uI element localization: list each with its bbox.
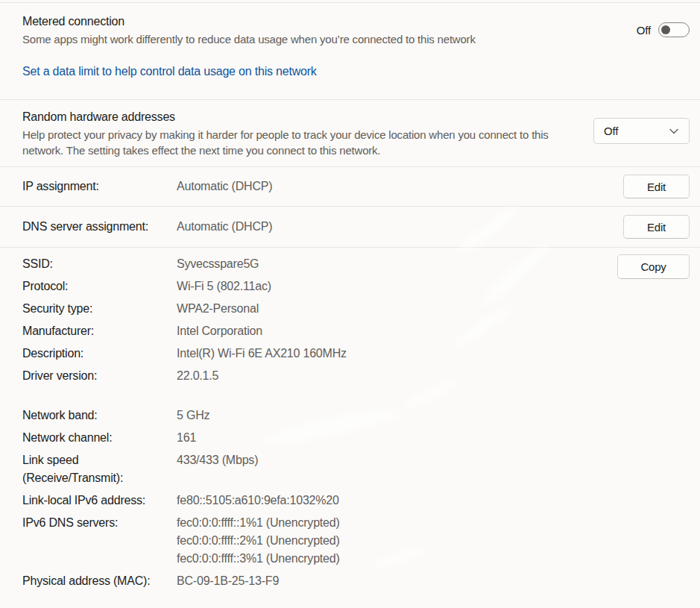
property-label: SSID:: [22, 255, 177, 273]
set-data-limit-link[interactable]: Set a data limit to help control data us…: [22, 64, 317, 79]
dns-edit-button[interactable]: Edit: [623, 215, 690, 239]
property-value: 22.0.1.5: [177, 367, 218, 385]
copy-button[interactable]: Copy: [617, 254, 690, 279]
property-row-link-speed: Link speed (Receive/Transmit): 433/433 (…: [22, 451, 581, 487]
property-row-ipv6-dns-servers: IPv6 DNS servers: fec0:0:0:ffff::1%1 (Un…: [22, 514, 581, 568]
property-row-network-band: Network band: 5 GHz: [22, 407, 581, 424]
property-row-ssid: SSID: Syvecsspare5G: [22, 255, 581, 273]
property-label: Security type:: [22, 300, 177, 318]
ip-edit-button[interactable]: Edit: [623, 175, 690, 198]
ip-assignment-value: Automatic (DHCP): [177, 180, 272, 193]
property-value: fec0:0:0:ffff::1%1 (Unencrypted) fec0:0:…: [177, 514, 340, 568]
property-label: Network band:: [22, 407, 177, 424]
ipv6-dns-server-line: fec0:0:0:ffff::1%1 (Unencrypted): [177, 514, 340, 532]
property-row-description: Description: Intel(R) Wi-Fi 6E AX210 160…: [22, 345, 581, 363]
wifi-properties-page: Metered connection Some apps might work …: [0, 0, 700, 608]
dns-assignment-row: DNS server assignment: Automatic (DHCP) …: [0, 207, 700, 248]
random-hardware-dropdown[interactable]: Off: [593, 118, 690, 144]
metered-toggle-state-label: Off: [637, 24, 651, 37]
property-value: 433/433 (Mbps): [177, 451, 258, 469]
ipv6-dns-server-line: fec0:0:0:ffff::2%1 (Unencrypted): [177, 532, 340, 550]
metered-connection-title: Metered connection: [22, 13, 581, 30]
property-value: WPA2-Personal: [177, 300, 259, 318]
property-value: Syvecsspare5G: [177, 255, 259, 273]
property-label: Driver version:: [22, 367, 177, 385]
ip-assignment-label: IP assignment:: [22, 180, 177, 193]
ipv6-dns-server-line: fec0:0:0:ffff::3%1 (Unencrypted): [177, 550, 340, 568]
property-row-link-local-ipv6: Link-local IPv6 address: fe80::5105:a610…: [22, 492, 581, 510]
property-value: BC-09-1B-25-13-F9: [177, 572, 279, 590]
dns-assignment-value: Automatic (DHCP): [177, 220, 272, 234]
property-label: Manufacturer:: [22, 322, 177, 340]
property-label: Physical address (MAC):: [22, 572, 177, 590]
property-label: IPv6 DNS servers:: [22, 514, 177, 532]
chevron-down-icon: [669, 128, 678, 134]
random-hardware-description: Help protect your privacy by making it h…: [22, 127, 573, 158]
ip-assignment-row: IP assignment: Automatic (DHCP) Edit: [0, 167, 700, 207]
property-value: Intel(R) Wi-Fi 6E AX210 160MHz: [177, 345, 347, 363]
property-label: Link-local IPv6 address:: [22, 492, 177, 510]
property-row-network-channel: Network channel: 161: [22, 429, 581, 447]
property-label: Link speed (Receive/Transmit):: [22, 451, 177, 487]
property-label: Protocol:: [22, 278, 177, 295]
metered-toggle-switch[interactable]: [658, 22, 690, 37]
property-label: Description:: [22, 345, 177, 363]
dns-assignment-label: DNS server assignment:: [22, 220, 177, 234]
property-value: Intel Corporation: [177, 322, 262, 340]
property-label: Network channel:: [22, 429, 177, 447]
metered-toggle-group: Off: [637, 22, 690, 37]
network-properties-card: Copy SSID: Syvecsspare5G Protocol: Wi-Fi…: [0, 248, 700, 608]
property-row-manufacturer: Manufacturer: Intel Corporation: [22, 322, 581, 340]
property-value: fe80::5105:a610:9efa:1032%20: [177, 492, 339, 510]
toggle-knob: [661, 25, 670, 34]
property-row-protocol: Protocol: Wi-Fi 5 (802.11ac): [22, 278, 581, 295]
random-hardware-title: Random hardware addresses: [22, 109, 573, 125]
dropdown-selected-value: Off: [604, 125, 618, 137]
property-row-physical-address: Physical address (MAC): BC-09-1B-25-13-F…: [22, 572, 581, 590]
metered-connection-card: Metered connection Some apps might work …: [0, 3, 700, 100]
metered-connection-description: Some apps might work differently to redu…: [22, 31, 581, 47]
property-row-security-type: Security type: WPA2-Personal: [22, 300, 581, 318]
property-row-driver-version: Driver version: 22.0.1.5: [22, 367, 581, 385]
property-value: Wi-Fi 5 (802.11ac): [177, 278, 271, 295]
property-value: 5 GHz: [177, 407, 209, 424]
property-value: 161: [177, 429, 196, 447]
random-hardware-card: Random hardware addresses Help protect y…: [0, 100, 700, 167]
